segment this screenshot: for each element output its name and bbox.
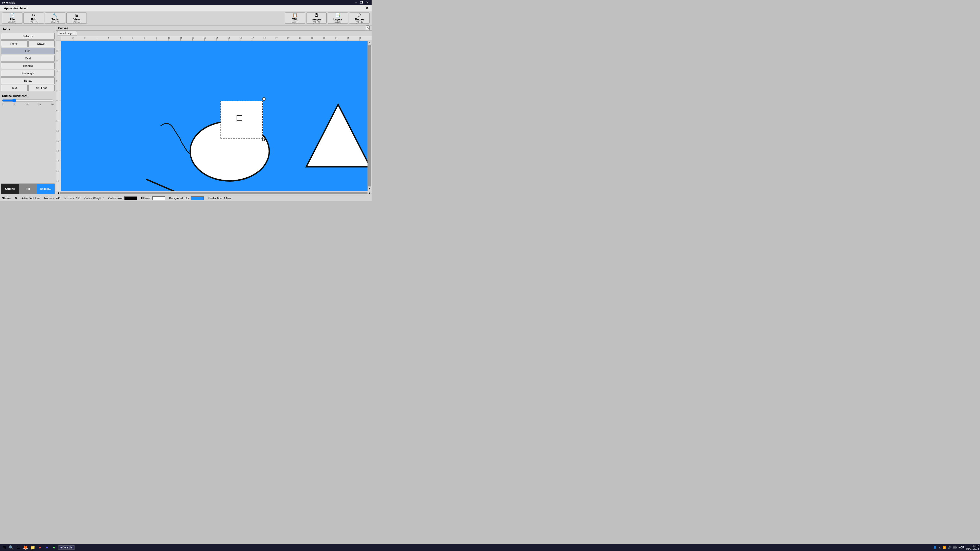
canvas-tab-label: New Image: [59, 32, 73, 35]
status-close-button[interactable]: ✕: [15, 197, 18, 200]
tools-shortcut: (Ctrl+3): [51, 21, 59, 24]
scroll-thumb-horizontal[interactable]: [60, 192, 368, 194]
outline-thickness-label: Outline Thickness:: [2, 94, 27, 97]
restore-button[interactable]: ❐: [359, 1, 364, 4]
canvas-header: Canvas ✕: [56, 25, 372, 30]
drawing-canvas[interactable]: Hallelujah: [61, 41, 368, 191]
images-shortcut: (Alt+2): [313, 21, 320, 24]
svg-text:4: 4: [96, 37, 97, 39]
svg-text:14: 14: [216, 37, 218, 39]
outline-weight-label: Outline Weight:: [84, 197, 102, 200]
scroll-up-arrow[interactable]: ▲: [368, 41, 372, 44]
outline-color-swatch: [124, 197, 137, 200]
svg-text:15: 15: [56, 180, 59, 182]
eraser-tool[interactable]: Eraser: [28, 40, 55, 47]
top-ruler-row: 2345678910111213141516171819202122232425…: [56, 36, 372, 41]
svg-text:8: 8: [56, 110, 58, 112]
svg-text:2: 2: [56, 50, 58, 52]
status-title: Status: [2, 197, 11, 200]
minimize-button[interactable]: ─: [354, 1, 358, 4]
text-tool[interactable]: Text: [1, 85, 27, 91]
canvas-with-rulers: 2345678910111213141516171819202122232425…: [56, 36, 372, 195]
canvas-viewport[interactable]: Hallelujah: [61, 41, 368, 191]
pencil-tool[interactable]: Pencil: [1, 40, 27, 47]
svg-text:6: 6: [120, 37, 121, 39]
canvas-tab-close[interactable]: x: [73, 32, 75, 35]
oval-tool[interactable]: Oval: [1, 55, 55, 62]
xml-icon: 📋: [293, 13, 298, 17]
shapes-label: Shapes: [354, 18, 364, 21]
layers-icon: 📑: [335, 13, 340, 17]
horizontal-scrollbar[interactable]: ◀ ▶: [56, 191, 372, 195]
tools-label: Tools: [52, 18, 59, 21]
layers-button[interactable]: 📑 Layers (Alt+3): [328, 13, 348, 24]
outline-color-button[interactable]: Outline: [1, 184, 19, 194]
toolbar: 📄 File (Ctrl+1) ✂ Edit (Ctrl+2) 🔧 Tools …: [0, 11, 372, 25]
right-scrollbar[interactable]: ▲ ▼: [368, 41, 372, 191]
svg-text:9: 9: [156, 37, 157, 39]
svg-text:Hallelujah: Hallelujah: [240, 190, 255, 191]
images-icon: 🖼: [314, 13, 318, 17]
tools-grid: Selector Pencil Eraser Line Oval Triangl…: [1, 33, 55, 91]
file-shortcut: (Ctrl+1): [8, 21, 16, 24]
xml-button[interactable]: 📋 XML (Alt+1): [285, 13, 305, 24]
slider-tick-15: 15: [38, 103, 41, 106]
mouse-y-value: 558: [76, 197, 80, 200]
toolbar-left: 📄 File (Ctrl+1) ✂ Edit (Ctrl+2) 🔧 Tools …: [2, 13, 87, 24]
line-tool[interactable]: Line: [1, 48, 55, 54]
shapes-svg: Hallelujah: [61, 41, 368, 191]
fill-color-button[interactable]: Fill: [19, 184, 37, 194]
svg-text:16: 16: [240, 37, 242, 39]
canvas-close-button[interactable]: ✕: [366, 25, 369, 30]
mouse-x-item: Mouse X: 446: [44, 197, 60, 200]
app-menu-label[interactable]: Application Menu: [2, 6, 30, 10]
xml-shortcut: (Alt+1): [292, 21, 299, 24]
mouse-y-label: Mouse Y:: [64, 197, 75, 200]
mouse-x-value: 446: [56, 197, 60, 200]
edit-shortcut: (Ctrl+2): [30, 21, 38, 24]
menubar: Application Menu ✕: [0, 5, 372, 11]
shapes-button[interactable]: ⬡ Shapes (Alt+4): [349, 13, 369, 24]
svg-text:10: 10: [56, 130, 59, 132]
selector-tool[interactable]: Selector: [1, 33, 55, 40]
selection-resize-handle[interactable]: [262, 138, 265, 141]
scroll-down-arrow[interactable]: ▼: [368, 187, 372, 191]
canvas-row: 23456789101112131415: [56, 41, 372, 191]
svg-text:18: 18: [263, 37, 266, 39]
svg-text:8: 8: [144, 37, 145, 39]
canvas-tab-new-image[interactable]: New Image x: [57, 31, 77, 35]
svg-text:20: 20: [287, 37, 290, 39]
svg-text:13: 13: [56, 160, 59, 162]
scroll-left-arrow[interactable]: ◀: [56, 191, 60, 195]
svg-text:24: 24: [335, 37, 337, 39]
view-shortcut: (Ctrl+4): [73, 21, 80, 24]
file-button[interactable]: 📄 File (Ctrl+1): [2, 13, 22, 24]
edit-button[interactable]: ✂ Edit (Ctrl+2): [24, 13, 44, 24]
main-area: Tools Selector Pencil Eraser Line Oval T…: [0, 25, 372, 195]
close-button[interactable]: ✕: [365, 1, 369, 4]
canvas-title: Canvas: [58, 27, 68, 30]
menubar-close-button[interactable]: ✕: [364, 6, 369, 10]
scroll-right-arrow[interactable]: ▶: [368, 191, 372, 195]
svg-text:17: 17: [251, 37, 254, 39]
outline-thickness-slider[interactable]: [2, 98, 54, 103]
fill-color-swatch: [152, 197, 165, 200]
selection-box: [221, 101, 262, 138]
tools-panel: Tools Selector Pencil Eraser Line Oval T…: [0, 25, 56, 195]
rectangle-tool[interactable]: Rectangle: [1, 70, 55, 76]
svg-text:5: 5: [56, 80, 58, 82]
tools-button[interactable]: 🔧 Tools (Ctrl+3): [45, 13, 65, 24]
images-button[interactable]: 🖼 Images (Alt+2): [306, 13, 327, 24]
set-font-tool[interactable]: Set Font: [28, 85, 55, 91]
bitmap-tool[interactable]: Bitmap: [1, 77, 55, 84]
svg-text:7: 7: [132, 37, 134, 39]
slider-tick-1: 1: [2, 103, 3, 106]
view-button[interactable]: 🖥 View (Ctrl+4): [66, 13, 87, 24]
mouse-y-item: Mouse Y: 558: [64, 197, 80, 200]
svg-text:3: 3: [84, 37, 86, 39]
triangle-tool[interactable]: Triangle: [1, 62, 55, 69]
background-color-button[interactable]: Backgr...: [37, 184, 55, 194]
window-controls: ─ ❐ ✕: [354, 1, 369, 4]
slider-tick-5: 5: [14, 103, 15, 106]
scroll-thumb-vertical[interactable]: [368, 45, 371, 186]
